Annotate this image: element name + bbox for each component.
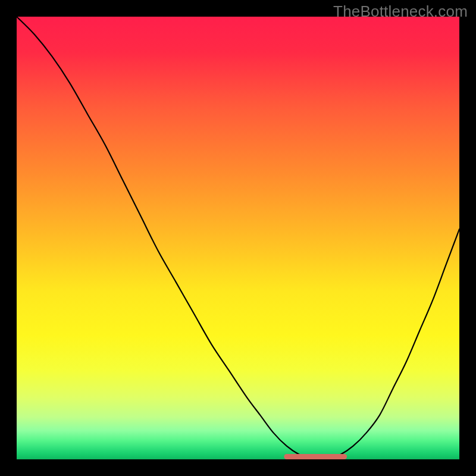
- chart-frame: TheBottleneck.com: [0, 0, 476, 476]
- chart-svg: [17, 17, 459, 459]
- plot-area: [17, 17, 459, 459]
- watermark-text: TheBottleneck.com: [333, 2, 468, 21]
- gradient-background: [17, 17, 459, 459]
